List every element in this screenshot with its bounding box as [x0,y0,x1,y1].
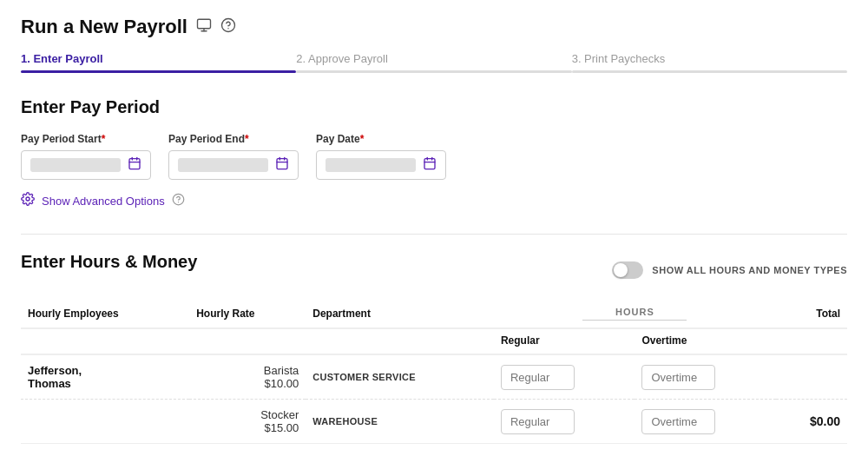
advanced-options-link[interactable]: Show Advanced Options [42,195,165,208]
pay-date-label: Pay Date* [316,133,446,145]
table-subheader-row: Regular Overtime [21,328,847,354]
col-dept-sub [306,328,494,354]
table-header-row: Hourly Employees Hourly Rate Department … [21,301,847,328]
employee-name: Jefferson, Thomas [28,364,182,390]
regular-hours-cell-2 [494,400,635,444]
calendar-icon-pay[interactable] [423,156,437,174]
header-help-icon[interactable] [220,17,236,36]
svg-point-3 [221,19,234,32]
hours-money-header: Enter Hours & Money SHOW ALL HOURS AND M… [21,252,847,288]
pay-period-end-label: Pay Period End* [168,133,299,145]
col-employee: Hourly Employees [21,301,189,328]
page-title: Run a New Payroll [21,16,187,38]
pay-period-end-input[interactable] [168,150,299,180]
svg-rect-9 [277,159,287,169]
toggle-label: SHOW ALL HOURS AND MONEY TYPES [652,265,847,275]
pay-period-section: Enter Pay Period Pay Period Start* [21,97,847,209]
toggle-row: SHOW ALL HOURS AND MONEY TYPES [612,261,847,279]
overtime-hours-cell-2 [635,400,775,444]
show-hours-toggle[interactable] [612,261,643,279]
col-regular-sub: Regular [494,328,635,354]
hours-divider [582,320,687,321]
department-cell: CUSTOMER SERVICE [306,354,494,400]
col-hours: HOURS [494,301,776,328]
col-rate-sub [189,328,306,354]
col-employee-sub [21,328,189,354]
pay-period-start-label: Pay Period Start* [21,133,151,145]
employee-name-cell: Jefferson, Thomas [21,354,189,400]
col-department: Department [306,301,494,328]
col-total: Total [776,301,847,328]
employee-name-cell-2 [21,400,189,444]
step-2-bar [296,70,571,73]
total-cell-2: $0.00 [776,400,847,444]
regular-hours-input-2[interactable] [501,409,575,434]
advanced-help-icon[interactable] [172,193,185,208]
svg-point-17 [26,197,30,201]
pay-date-group: Pay Date* [316,133,446,180]
step-1[interactable]: 1. Enter Payroll [21,52,296,73]
svg-rect-0 [197,19,210,29]
page-header: Run a New Payroll [21,16,847,38]
monitor-icon[interactable] [196,17,212,36]
svg-rect-5 [129,159,140,169]
hourly-rate-cell-2: Stocker $15.00 [189,400,306,444]
calendar-icon-start[interactable] [128,156,141,174]
pay-period-title: Enter Pay Period [21,97,847,117]
hours-money-title: Enter Hours & Money [21,252,197,272]
calendar-icon-end[interactable] [275,156,289,174]
regular-hours-input[interactable] [501,365,575,390]
step-2[interactable]: 2. Approve Payroll [296,52,571,73]
regular-hours-cell [494,354,635,400]
pay-period-start-group: Pay Period Start* [21,133,151,180]
pay-period-start-input[interactable] [21,150,151,180]
steps-row: 1. Enter Payroll 2. Approve Payroll 3. P… [21,52,847,73]
hours-money-section: Enter Hours & Money SHOW ALL HOURS AND M… [21,234,847,444]
svg-rect-13 [424,159,435,169]
date-placeholder-end [178,158,268,172]
overtime-hours-input[interactable] [641,365,715,390]
gear-icon [21,192,35,209]
date-placeholder-pay [326,158,416,172]
step-3-bar [572,70,847,73]
table-row: Jefferson, Thomas Barista $10.00 CUSTOME… [21,354,847,400]
advanced-options-row: Show Advanced Options [21,192,847,209]
col-rate: Hourly Rate [189,301,306,328]
table-row: Stocker $15.00 WAREHOUSE $0.00 [21,400,847,444]
date-placeholder [30,158,121,172]
department-cell-2: WAREHOUSE [306,400,494,444]
step-1-bar [21,70,296,73]
pay-period-end-group: Pay Period End* [168,133,299,180]
payroll-table: Hourly Employees Hourly Rate Department … [21,301,847,444]
date-fields-row: Pay Period Start* Pay Period End* [21,133,847,180]
step-3[interactable]: 3. Print Paychecks [572,52,847,73]
hourly-rate-cell: Barista $10.00 [189,354,306,400]
col-overtime-sub: Overtime [635,328,775,354]
col-total-sub [776,328,847,354]
overtime-hours-cell [635,354,775,400]
toggle-knob [614,263,628,277]
department-badge: CUSTOMER SERVICE [312,370,487,384]
pay-date-input[interactable] [316,150,446,180]
total-cell [776,354,847,400]
overtime-hours-input-2[interactable] [641,409,715,434]
department-badge-2: WAREHOUSE [312,414,487,428]
